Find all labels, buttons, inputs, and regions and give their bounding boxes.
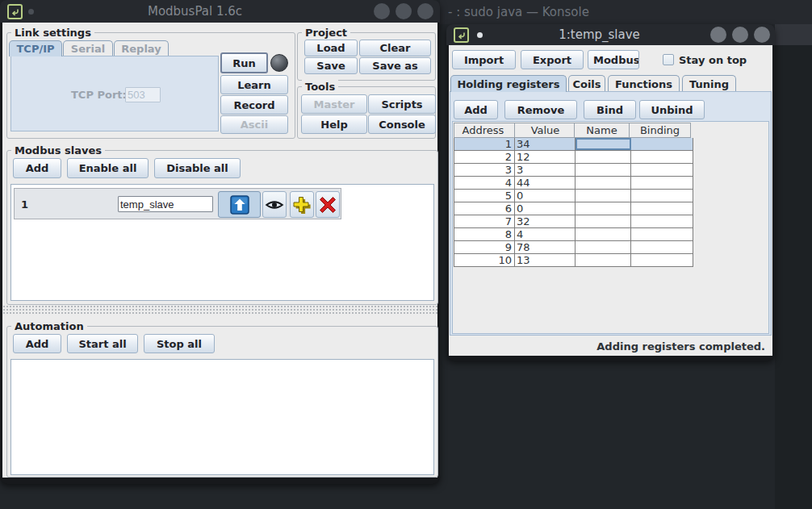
cell-binding[interactable] [631,177,693,189]
disable-all-button[interactable]: Disable all [154,158,241,178]
tab-functions[interactable]: Functions [608,75,680,92]
cell-name[interactable] [576,177,631,189]
cell-address[interactable]: 1 [454,138,515,150]
cell-binding[interactable] [631,254,693,266]
stop-all-button[interactable]: Stop all [144,334,215,353]
table-row[interactable]: 84 [454,228,693,241]
cell-value[interactable]: 34 [515,138,576,150]
slave-delete-button[interactable] [316,191,340,218]
cell-address[interactable]: 3 [454,164,515,176]
register-add-button[interactable]: Add [454,100,498,119]
load-button[interactable]: Load [304,40,358,56]
cell-name[interactable] [576,138,631,150]
tab-replay[interactable]: Replay [114,40,169,56]
scripts-button[interactable]: Scripts [368,94,436,114]
help-button[interactable]: Help [301,115,367,134]
cell-binding[interactable] [631,228,693,240]
column-header-value[interactable]: Value [514,123,575,138]
cell-value[interactable]: 12 [515,151,576,163]
table-row[interactable]: 1013 [454,254,693,267]
cell-name[interactable] [576,190,631,202]
table-row[interactable]: 134 [454,138,693,151]
cell-value[interactable]: 0 [515,202,576,215]
cell-address[interactable]: 5 [454,190,515,202]
minimize-button[interactable] [710,27,726,43]
clear-button[interactable]: Clear [359,40,431,56]
slave-row[interactable]: 1 [14,188,341,219]
cell-address[interactable]: 4 [454,177,515,189]
cell-binding[interactable] [631,164,693,176]
cell-value[interactable]: 0 [515,190,576,202]
cell-binding[interactable] [631,190,693,202]
close-button[interactable] [417,3,433,19]
cell-binding[interactable] [631,202,693,215]
table-row[interactable]: 444 [454,177,693,190]
register-unbind-button[interactable]: Unbind [639,100,705,119]
minimize-button[interactable] [374,3,390,19]
modbuspal-titlebar[interactable]: ModbusPal 1.6c [0,0,440,23]
tcp-port-input[interactable] [125,87,161,102]
cell-binding[interactable] [631,215,693,227]
maximize-button[interactable] [396,3,412,19]
cell-address[interactable]: 9 [454,241,515,253]
slave-duplicate-button[interactable] [290,191,314,218]
tab-serial[interactable]: Serial [63,40,113,56]
save-button[interactable]: Save [304,57,358,74]
cell-binding[interactable] [631,241,693,253]
cell-name[interactable] [576,151,631,163]
enable-all-button[interactable]: Enable all [67,158,149,178]
slave-add-button[interactable]: Add [13,158,61,178]
slave-enable-toggle[interactable] [218,191,261,218]
run-button[interactable]: Run [220,52,268,73]
cell-address[interactable]: 8 [454,228,515,240]
cell-name[interactable] [576,241,631,253]
slave-name-input[interactable] [118,196,213,212]
column-header-address[interactable]: Address [454,123,515,138]
cell-value[interactable]: 44 [515,177,576,189]
cell-value[interactable]: 3 [515,164,576,176]
cell-address[interactable]: 6 [454,202,515,215]
stay-on-top-checkbox[interactable] [663,54,674,65]
cell-value[interactable]: 4 [515,228,576,240]
cell-address[interactable]: 7 [454,215,515,227]
column-header-name[interactable]: Name [574,123,630,138]
cell-name[interactable] [576,215,631,227]
learn-button[interactable]: Learn [220,75,288,94]
cell-address[interactable]: 10 [454,254,515,266]
import-button[interactable]: Import [452,50,516,69]
start-all-button[interactable]: Start all [67,334,138,353]
cell-name[interactable] [576,228,631,240]
register-remove-button[interactable]: Remove [504,100,577,119]
tab-coils[interactable]: Coils [568,75,605,92]
table-row[interactable]: 33 [454,164,693,177]
cell-binding[interactable] [631,151,693,163]
registers-scrollpane[interactable]: Address Value Name Binding 1342123344450… [452,121,769,334]
tab-tuning[interactable]: Tuning [682,75,736,92]
table-row[interactable]: 212 [454,151,693,164]
modbus-mode-dropdown[interactable]: Modbus [588,50,639,69]
table-row[interactable]: 50 [454,190,693,202]
table-row[interactable]: 732 [454,215,693,228]
cell-name[interactable] [576,202,631,215]
tab-holding-registers[interactable]: Holding registers [450,75,567,92]
table-row[interactable]: 978 [454,241,693,254]
close-button[interactable] [754,27,770,43]
table-row[interactable]: 60 [454,202,693,215]
cell-name[interactable] [576,164,631,176]
cell-address[interactable]: 2 [454,151,515,163]
maximize-button[interactable] [732,27,748,43]
cell-name[interactable] [576,254,631,266]
cell-value[interactable]: 13 [515,254,576,266]
splitpane-divider[interactable] [2,305,437,315]
tab-tcpip[interactable]: TCP/IP [9,40,62,56]
table-header[interactable]: Address Value Name Binding [454,123,691,138]
record-button[interactable]: Record [220,95,288,115]
slave-titlebar[interactable]: 1:temp_slave [446,24,775,45]
cell-value[interactable]: 32 [515,215,576,227]
export-button[interactable]: Export [521,50,584,69]
slave-view-button[interactable] [262,191,287,218]
save-as-button[interactable]: Save as [359,57,431,74]
console-button[interactable]: Console [368,115,436,134]
column-header-binding[interactable]: Binding [629,123,691,138]
register-bind-button[interactable]: Bind [584,100,636,119]
